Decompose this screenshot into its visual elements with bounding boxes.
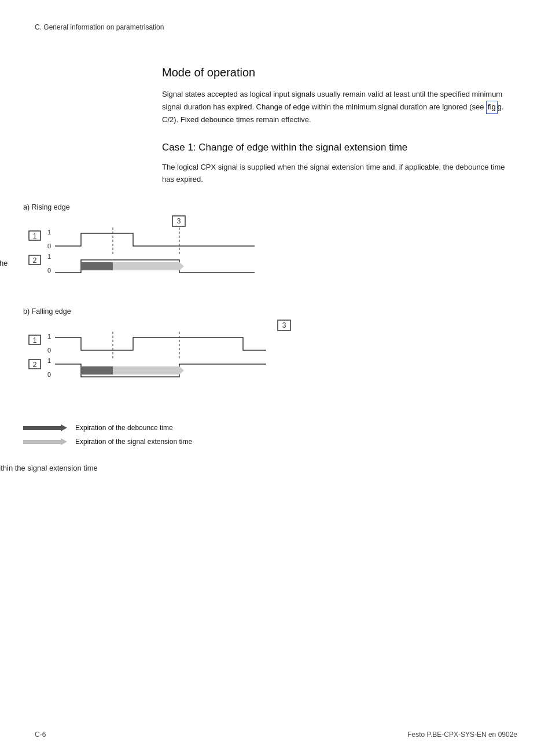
- svg-text:0: 0: [47, 347, 51, 354]
- legend-panel: 1 Sensor signal 2 Logical CPX signal 3 C…: [0, 203, 23, 446]
- debounce-label: Expiration of the debounce time: [75, 424, 173, 432]
- svg-rect-34: [23, 440, 61, 444]
- fig-caption: Fig. C/2: Change of edge within the sign…: [0, 464, 390, 472]
- svg-text:1: 1: [47, 253, 51, 260]
- svg-marker-31: [179, 366, 184, 375]
- svg-text:2: 2: [33, 361, 37, 369]
- legend-item-2: 2 Logical CPX signal: [0, 240, 23, 251]
- extension-legend-item: Expiration of the signal extension time: [23, 437, 517, 446]
- legend-label-3: Change of edge within the signal extensi…: [0, 259, 23, 279]
- fig-link[interactable]: fig: [486, 101, 498, 114]
- svg-text:1: 1: [33, 336, 37, 344]
- footer-left: C-6: [35, 731, 46, 739]
- mode-of-operation-body: Signal states accepted as logical input …: [162, 89, 517, 126]
- falling-edge-diagram: 3 1 1 0 2 1 0: [23, 319, 301, 394]
- arrow-legend: Expiration of the debounce time Expirati…: [23, 423, 517, 446]
- svg-text:0: 0: [47, 371, 51, 378]
- rising-edge-block: a) Rising edge 3 1 1 0: [23, 203, 517, 290]
- svg-text:0: 0: [47, 267, 51, 274]
- falling-edge-label: b) Falling edge: [23, 307, 517, 315]
- case1-title: Case 1: Change of edge within the signal…: [162, 142, 517, 153]
- debounce-legend-item: Expiration of the debounce time: [23, 423, 517, 432]
- svg-rect-32: [23, 426, 61, 430]
- mode-of-operation-title: Mode of operation: [162, 66, 517, 79]
- svg-rect-30: [113, 366, 179, 375]
- breadcrumb: C. General information on parametrisatio…: [35, 23, 517, 31]
- svg-rect-14: [113, 262, 179, 270]
- rising-edge-label: a) Rising edge: [23, 203, 517, 211]
- svg-text:1: 1: [47, 357, 51, 364]
- svg-text:3: 3: [177, 217, 181, 225]
- svg-text:2: 2: [33, 256, 37, 265]
- rising-edge-diagram: 3 1 1 0 2 1: [23, 215, 301, 290]
- extension-label: Expiration of the signal extension time: [75, 438, 192, 446]
- svg-text:0: 0: [47, 243, 51, 249]
- footer: C-6 Festo P.BE-CPX-SYS-EN en 0902e: [35, 731, 517, 739]
- case1-body: The logical CPX signal is supplied when …: [162, 162, 517, 186]
- legend-item-1: 1 Sensor signal: [0, 221, 23, 232]
- svg-rect-28: [81, 366, 113, 375]
- svg-text:3: 3: [282, 321, 286, 329]
- svg-marker-33: [61, 424, 67, 431]
- svg-text:1: 1: [47, 333, 51, 340]
- extension-arrow-icon: [23, 437, 69, 446]
- svg-rect-12: [81, 262, 113, 270]
- legend-item-3: 3 Change of edge within the signal exten…: [0, 259, 23, 279]
- diagrams-area: a) Rising edge 3 1 1 0: [23, 203, 517, 446]
- debounce-arrow-icon: [23, 423, 69, 432]
- svg-text:1: 1: [47, 229, 51, 236]
- svg-marker-35: [61, 438, 67, 445]
- falling-edge-block: b) Falling edge 3 1 1 0: [23, 307, 517, 394]
- svg-marker-15: [179, 262, 184, 270]
- footer-right: Festo P.BE-CPX-SYS-EN en 0902e: [407, 731, 517, 739]
- svg-text:1: 1: [33, 232, 37, 240]
